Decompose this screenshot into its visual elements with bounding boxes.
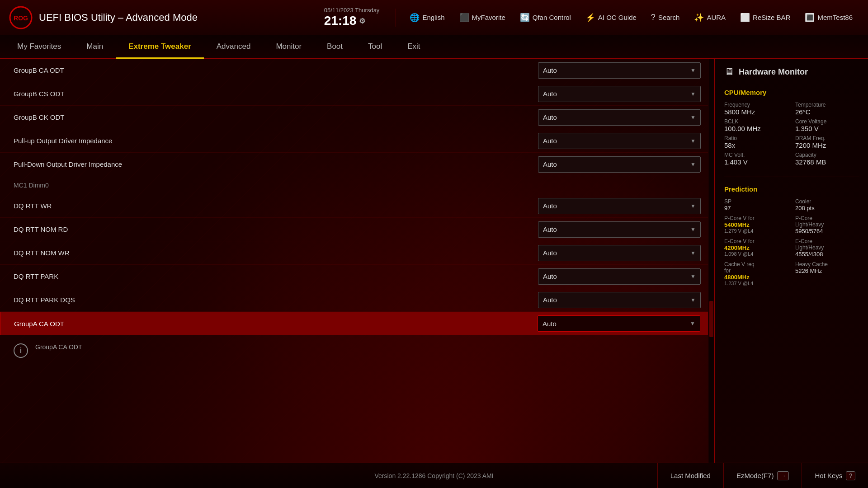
control-pullup: Auto ▼ (538, 133, 701, 149)
setting-row-groupb-ck-odt[interactable]: GroupB CK ODT Auto ▼ (0, 106, 714, 129)
main-container: ROG UEFI BIOS Utility – Advanced Mode 05… (0, 0, 868, 488)
bottom-actions: Last Modified EzMode(F7) → Hot Keys ? (657, 463, 868, 488)
dropdown-groupb-ck-odt[interactable]: Auto ▼ (538, 109, 701, 126)
date-display: 05/11/2023 Thursday (324, 7, 380, 14)
pred-ecore-lh: E-CoreLight/Heavy 4555/4308 (795, 238, 859, 258)
main-content: GroupB CA ODT Auto ▼ GroupB CS ODT Auto (0, 59, 714, 463)
dropdown-groupb-ca-odt[interactable]: Auto ▼ (538, 62, 701, 79)
scrollbar-thumb[interactable] (709, 301, 713, 337)
setting-row-pullup[interactable]: Pull-up Output Driver Impedance Auto ▼ (0, 129, 714, 153)
datetime-area: 05/11/2023 Thursday 21:18 ⚙ (324, 7, 380, 28)
pred-sp-cooler: SP 97 Cooler 208 pts (724, 198, 859, 211)
toolbar-aura[interactable]: ✨ AURA (688, 10, 732, 25)
cpu-memory-title: CPU/Memory (724, 89, 859, 96)
hw-frequency: Frequency 5800 MHz (724, 102, 788, 116)
dropdown-dq-rtt-nom-wr[interactable]: Auto ▼ (538, 245, 701, 261)
logo-area: ROG UEFI BIOS Utility – Advanced Mode (9, 6, 198, 29)
toolbar-myfavorite[interactable]: ⬛ MyFavorite (453, 10, 512, 25)
dropdown-dq-rtt-nom-rd[interactable]: Auto ▼ (538, 221, 701, 238)
fan-icon: 🔄 (520, 13, 530, 23)
tab-monitor[interactable]: Monitor (263, 35, 314, 59)
pred-ecore: E-Core V for 4200MHz 1.098 V @L4 E-CoreL… (724, 238, 859, 258)
pred-heavy-cache: Heavy Cache 5226 MHz (795, 261, 859, 286)
hotkeys-key-icon: ? (846, 471, 855, 480)
search-icon: ? (651, 13, 656, 22)
dropdown-dq-rtt-park-dqs[interactable]: Auto ▼ (538, 292, 701, 308)
toolbar-aioc[interactable]: ⚡ AI OC Guide (579, 10, 643, 25)
dropdown-pulldown[interactable]: Auto ▼ (538, 156, 701, 173)
hw-monitor-header: 🖥 Hardware Monitor (724, 66, 859, 78)
control-dq-rtt-park: Auto ▼ (538, 268, 701, 285)
tab-tool[interactable]: Tool (355, 35, 395, 59)
resize-icon: ⬜ (740, 13, 750, 23)
pred-ecore-v: E-Core V for 4200MHz 1.098 V @L4 (724, 238, 788, 258)
dropdown-arrow-icon: ▼ (690, 161, 696, 168)
setting-row-dq-rtt-park[interactable]: DQ RTT PARK Auto ▼ (0, 265, 714, 288)
dropdown-arrow-icon: ▼ (690, 91, 696, 97)
divider-1 (396, 9, 396, 27)
control-dq-rtt-wr: Auto ▼ (538, 198, 701, 214)
bios-title: UEFI BIOS Utility – Advanced Mode (39, 12, 198, 23)
ai-icon: ⚡ (585, 13, 595, 23)
setting-row-dq-rtt-park-dqs[interactable]: DQ RTT PARK DQS Auto ▼ (0, 288, 714, 312)
aura-icon: ✨ (694, 13, 704, 23)
control-pulldown: Auto ▼ (538, 156, 701, 173)
dropdown-arrow-icon: ▼ (690, 320, 695, 327)
setting-row-groupb-ca-odt[interactable]: GroupB CA ODT Auto ▼ (0, 59, 714, 82)
svg-text:ROG: ROG (14, 14, 28, 22)
setting-row-dq-rtt-nom-wr[interactable]: DQ RTT NOM WR Auto ▼ (0, 241, 714, 265)
toolbar-search[interactable]: ? Search (645, 10, 686, 25)
setting-row-groupb-cs-odt[interactable]: GroupB CS ODT Auto ▼ (0, 82, 714, 106)
dropdown-dq-rtt-wr[interactable]: Auto ▼ (538, 198, 701, 214)
toolbar-qfan[interactable]: 🔄 Qfan Control (514, 10, 577, 25)
hw-divider (724, 177, 859, 177)
tab-main[interactable]: Main (74, 35, 116, 59)
toolbar-english[interactable]: 🌐 English (403, 10, 451, 25)
hot-keys-button[interactable]: Hot Keys ? (802, 463, 868, 488)
toolbar-resizebar[interactable]: ⬜ ReSize BAR (734, 10, 797, 25)
hw-capacity: Capacity 32768 MB (795, 152, 859, 166)
setting-row-dq-rtt-wr[interactable]: DQ RTT WR Auto ▼ (0, 194, 714, 218)
ezmode-button[interactable]: EzMode(F7) → (723, 463, 802, 488)
time-display: 21:18 ⚙ (324, 14, 366, 28)
control-groupa-ca-odt: Auto ▼ (538, 315, 700, 332)
tab-extreme-tweaker[interactable]: Extreme Tweaker (116, 35, 204, 59)
dropdown-arrow-icon: ▼ (690, 297, 696, 303)
setting-row-dq-rtt-nom-rd[interactable]: DQ RTT NOM RD Auto ▼ (0, 218, 714, 241)
dropdown-pullup[interactable]: Auto ▼ (538, 133, 701, 149)
dropdown-dq-rtt-park[interactable]: Auto ▼ (538, 268, 701, 285)
hw-dram-freq: DRAM Freq. 7200 MHz (795, 135, 859, 149)
tab-exit[interactable]: Exit (395, 35, 433, 59)
pred-sp: SP 97 (724, 198, 788, 211)
setting-row-groupa-ca-odt[interactable]: GroupA CA ODT Auto ▼ (0, 312, 714, 335)
pred-cache-v: Cache V reqfor 4800MHz 1.237 V @L4 (724, 261, 788, 286)
dropdown-groupa-ca-odt[interactable]: Auto ▼ (538, 315, 700, 332)
tab-advanced[interactable]: Advanced (204, 35, 264, 59)
dropdown-groupb-cs-odt[interactable]: Auto ▼ (538, 86, 701, 102)
dropdown-arrow-icon: ▼ (690, 67, 696, 74)
prediction-title: Prediction (724, 185, 859, 193)
tab-my-favorites[interactable]: My Favorites (5, 35, 74, 59)
settings-icon[interactable]: ⚙ (359, 17, 365, 25)
control-dq-rtt-nom-rd: Auto ▼ (538, 221, 701, 238)
section-mc1-dimm0: MC1 Dimm0 (0, 176, 714, 194)
hw-monitor-panel: 🖥 Hardware Monitor CPU/Memory Frequency … (714, 59, 868, 463)
control-groupb-ck-odt: Auto ▼ (538, 109, 701, 126)
info-icon: i (14, 343, 28, 358)
ezmode-key-icon: → (777, 471, 789, 480)
toolbar-memtest[interactable]: 🔳 MemTest86 (798, 10, 859, 25)
scrollbar-track[interactable] (708, 59, 714, 463)
last-modified-button[interactable]: Last Modified (657, 463, 723, 488)
info-text: GroupA CA ODT (35, 343, 82, 352)
dropdown-arrow-icon: ▼ (690, 226, 696, 233)
content-area: GroupB CA ODT Auto ▼ GroupB CS ODT Auto (0, 59, 868, 463)
hw-mc-volt: MC Volt. 1.403 V (724, 152, 788, 166)
monitor-icon: 🖥 (724, 66, 734, 78)
dropdown-arrow-icon: ▼ (690, 114, 696, 121)
toolbar: 🌐 English ⬛ MyFavorite 🔄 Qfan Control ⚡ … (403, 10, 859, 25)
tab-boot[interactable]: Boot (314, 35, 355, 59)
control-groupb-ca-odt: Auto ▼ (538, 62, 701, 79)
hw-temperature: Temperature 26°C (795, 102, 859, 116)
pred-cooler: Cooler 208 pts (795, 198, 859, 211)
setting-row-pulldown[interactable]: Pull-Down Output Driver Impedance Auto ▼ (0, 153, 714, 176)
